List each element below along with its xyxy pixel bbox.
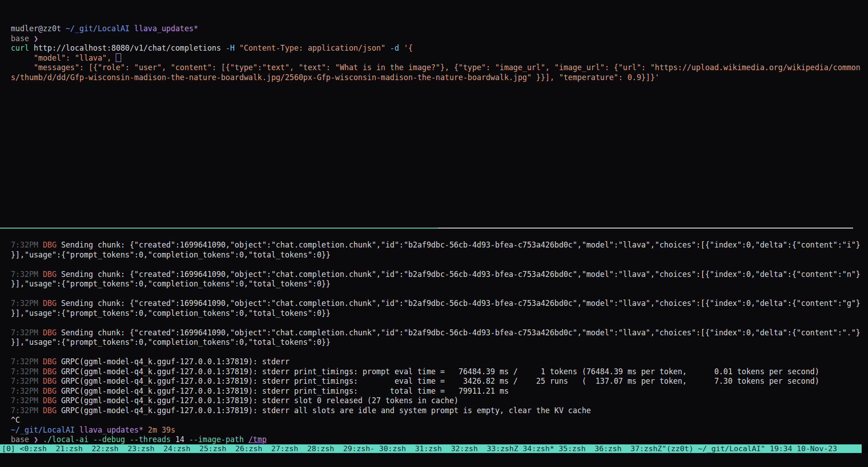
prompt-line-2: base ❯ (11, 34, 868, 44)
blank-line (11, 289, 868, 299)
tmux-window-list[interactable]: [0] <0:zsh 21:zsh 22:zsh 23:zsh 24:zsh 2… (2, 444, 662, 453)
terminal-cursor (116, 53, 121, 62)
log-timestamp: 7:32PM (11, 386, 43, 396)
log-chunk-json: Sending chunk: {"created":1699641090,"ob… (61, 270, 860, 279)
log-grpc-text: GRPC(ggml-model-q4_k.gguf-127.0.0.1:3781… (61, 386, 509, 396)
log-timestamp: 7:32PM (11, 240, 43, 249)
log-level-badge: DBG (43, 396, 61, 405)
blank-line (11, 318, 868, 328)
log-grpc-text: GRPC(ggml-model-q4_k.gguf-127.0.0.1:3781… (61, 396, 458, 405)
pane-divider[interactable] (0, 228, 868, 229)
log-chunk-json-wrap: }],"usage":{"prompt_tokens":0,"completio… (11, 309, 330, 318)
log-grpc-line-6: 7:32PM DBG GRPC(ggml-model-q4_k.gguf-127… (11, 406, 868, 416)
log-level-badge: DBG (43, 357, 61, 366)
curl-command-line: curl http://localhost:8080/v1/chat/compl… (11, 43, 868, 53)
sigint-text: ^C (11, 415, 20, 424)
log-grpc-line-4: 7:32PM DBG GRPC(ggml-model-q4_k.gguf-127… (11, 386, 868, 396)
log-chunk-3-line-1: 7:32PM DBG Sending chunk: {"created":169… (11, 299, 868, 309)
pane-divider-active-segment (0, 228, 438, 229)
log-grpc-line-3: 7:32PM DBG GRPC(ggml-model-q4_k.gguf-127… (11, 376, 868, 386)
log-level-badge: DBG (43, 299, 61, 308)
local-ai-command-line: base ❯ ./local-ai --debug --threads 14 -… (11, 435, 868, 445)
log-grpc-line-5: 7:32PM DBG GRPC(ggml-model-q4_k.gguf-127… (11, 396, 868, 406)
local-ai-binary: ./local-ai (43, 435, 93, 444)
prompt-cwd: ~/_git/LocalAI (66, 24, 129, 33)
log-timestamp: 7:32PM (11, 270, 43, 279)
curl-url: http://localhost:8080/v1/chat/completion… (34, 43, 226, 52)
log-chunk-json: Sending chunk: {"created":1699641090,"ob… (61, 299, 860, 308)
log-chunk-3-line-2: }],"usage":{"prompt_tokens":0,"completio… (11, 309, 868, 319)
json-messages-wrap: s/thumb/d/dd/Gfp-wisconsin-madison-the-n… (11, 73, 660, 82)
log-level-badge: DBG (43, 328, 61, 337)
threads-value: 14 (175, 435, 189, 444)
sigint-line: ^C (11, 415, 868, 425)
curl-flag-h: -H (226, 43, 239, 52)
prompt-line-1: mudler@zz0t ~/_git/LocalAI llava_updates… (11, 24, 868, 34)
log-level-badge: DBG (43, 270, 61, 279)
log-timestamp: 7:32PM (11, 376, 43, 386)
log-grpc-line-1: 7:32PM DBG GRPC(ggml-model-q4_k.gguf-127… (11, 357, 868, 367)
log-grpc-line-2: 7:32PM DBG GRPC(ggml-model-q4_k.gguf-127… (11, 367, 868, 377)
log-timestamp: 7:32PM (11, 328, 43, 337)
log-chunk-json-wrap: }],"usage":{"prompt_tokens":0,"completio… (11, 250, 330, 259)
log-timestamp: 7:32PM (11, 396, 43, 405)
json-messages-field: "messages": [{"role": "user", "content":… (11, 63, 860, 72)
log-chunk-json: Sending chunk: {"created":1699641090,"ob… (61, 328, 860, 337)
prompt-line-3: ~/_git/LocalAI llava_updates* 2m 39s (11, 425, 868, 435)
tmux-status-bar[interactable]: [0] <0:zsh 21:zsh 22:zsh 23:zsh 24:zsh 2… (0, 444, 868, 453)
git-branch: llava_updates* (130, 24, 198, 33)
tmux-status-right: "(zz0t) ~/_git/LocalAI" 19:34 10-Nov-23 (662, 444, 837, 453)
log-level-badge: DBG (43, 376, 61, 386)
command-duration: 2m 39s (143, 425, 175, 434)
curl-json-model-line: "model": "llava", (11, 53, 868, 63)
log-level-badge: DBG (43, 386, 61, 396)
log-timestamp: 7:32PM (11, 367, 43, 376)
blank-line (11, 260, 868, 270)
image-path-flag: --image-path (189, 435, 248, 444)
log-level-badge: DBG (43, 367, 61, 376)
log-chunk-json-wrap: }],"usage":{"prompt_tokens":0,"completio… (11, 279, 330, 288)
log-chunk-1-line-1: 7:32PM DBG Sending chunk: {"created":169… (11, 240, 868, 250)
log-grpc-text: GRPC(ggml-model-q4_k.gguf-127.0.0.1:3781… (61, 367, 819, 376)
venv-label: base (11, 34, 34, 43)
top-pane: mudler@zz0t ~/_git/LocalAI llava_updates… (11, 24, 868, 82)
log-chunk-2-line-1: 7:32PM DBG Sending chunk: {"created":169… (11, 270, 868, 280)
git-branch: llava_updates* (75, 425, 143, 434)
log-pane: 7:32PM DBG Sending chunk: {"created":169… (11, 240, 868, 445)
image-path-value: /tmp (248, 435, 266, 444)
prompt-cwd: ~/_git/LocalAI (11, 425, 75, 434)
log-chunk-1-line-2: }],"usage":{"prompt_tokens":0,"completio… (11, 250, 868, 260)
log-chunk-json: Sending chunk: {"created":1699641090,"ob… (61, 240, 860, 249)
prompt-chevron: ❯ (34, 34, 38, 43)
curl-json-open: '{ (404, 43, 413, 52)
log-level-badge: DBG (43, 240, 61, 249)
log-grpc-text: GRPC(ggml-model-q4_k.gguf-127.0.0.1:3781… (61, 406, 591, 415)
curl-json-messages-wrap-line: s/thumb/d/dd/Gfp-wisconsin-madison-the-n… (11, 73, 868, 83)
prompt-user-host: mudler@zz0t (11, 24, 66, 33)
local-ai-flags: --debug --threads (93, 435, 175, 444)
curl-header-string: "Content-Type: application/json" (239, 43, 390, 52)
log-chunk-4-line-1: 7:32PM DBG Sending chunk: {"created":169… (11, 328, 868, 338)
log-timestamp: 7:32PM (11, 406, 43, 415)
status-bar-end-notch (862, 444, 868, 453)
terminal-window: mudler@zz0t ~/_git/LocalAI llava_updates… (0, 0, 868, 467)
log-chunk-2-line-2: }],"usage":{"prompt_tokens":0,"completio… (11, 279, 868, 289)
curl-flag-d: -d (390, 43, 404, 52)
curl-command: curl (11, 43, 34, 52)
log-timestamp: 7:32PM (11, 299, 43, 308)
json-model-field: "model": "llava", (11, 53, 116, 62)
log-chunk-4-line-2: }],"usage":{"prompt_tokens":0,"completio… (11, 338, 868, 348)
blank-line (11, 348, 868, 357)
log-chunk-json-wrap: }],"usage":{"prompt_tokens":0,"completio… (11, 338, 330, 347)
log-grpc-text: GRPC(ggml-model-q4_k.gguf-127.0.0.1:3781… (61, 357, 289, 366)
venv-label: base (11, 435, 34, 444)
prompt-chevron: ❯ (34, 435, 43, 444)
log-grpc-text: GRPC(ggml-model-q4_k.gguf-127.0.0.1:3781… (61, 376, 819, 386)
pane-divider-rest-segment (438, 228, 853, 229)
log-timestamp: 7:32PM (11, 357, 43, 366)
log-level-badge: DBG (43, 406, 61, 415)
curl-json-messages-line: "messages": [{"role": "user", "content":… (11, 63, 868, 73)
